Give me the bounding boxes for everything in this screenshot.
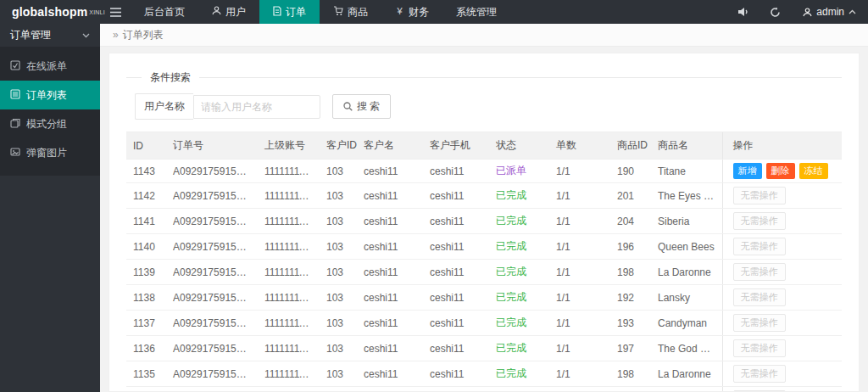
search-button-label: 搜 索	[357, 99, 380, 114]
cell-count: 1/1	[549, 336, 610, 361]
cell-parent-account: 11111111111...	[258, 160, 320, 183]
cell-id: 1141	[126, 209, 166, 234]
cell-id: 1142	[126, 183, 166, 209]
speaker-icon[interactable]	[726, 0, 759, 24]
cell-customer-name: ceshi11	[357, 260, 423, 285]
nav-item-3[interactable]: 商品	[320, 0, 381, 24]
refresh-icon[interactable]	[759, 0, 791, 24]
sidebar-item-label: 模式分组	[26, 117, 67, 132]
cell-customer-name: ceshi11	[357, 311, 423, 336]
cell-actions: 无需操作	[722, 311, 842, 336]
cell-product-id: 192	[610, 285, 651, 311]
cell-order-no: A09291759152747569	[166, 311, 258, 336]
cell-customer-id: 103	[320, 387, 357, 392]
table-row: 1139 A09291759152817559 11111111111... 1…	[126, 260, 842, 285]
sidebar-item-3[interactable]: 弹窗图片	[0, 138, 100, 167]
cell-customer-id: 103	[320, 361, 357, 387]
cell-count: 1/1	[549, 285, 610, 311]
cell-status: 已完成	[489, 336, 549, 361]
cell-customer-phone: ceshi11	[423, 183, 489, 209]
cell-order-no: A09291759153198536	[166, 209, 258, 234]
cell-id: 1138	[126, 285, 166, 311]
sidebar-item-2[interactable]: 模式分组	[0, 109, 100, 138]
cell-id: 1140	[126, 234, 166, 260]
freeze-button[interactable]: 冻结	[799, 163, 828, 179]
sidebar-group-label: 订单管理	[10, 28, 51, 42]
nav-item-2[interactable]: 订单	[259, 0, 320, 24]
sidebar-item-1[interactable]: 订单列表	[0, 81, 100, 109]
cell-parent-account: 11111111111...	[258, 361, 320, 387]
cell-product-name: Lansky	[651, 285, 722, 311]
cell-product-id: 198	[610, 361, 651, 387]
cell-status: 已完成	[489, 183, 549, 209]
chevron-up-icon	[849, 9, 856, 14]
nav-item-5[interactable]: 系统管理	[442, 0, 510, 24]
group-icon	[10, 118, 20, 131]
cell-product-id: 206	[610, 387, 651, 392]
cell-parent-account: 11111111111...	[258, 234, 320, 260]
cell-customer-name: ceshi11	[357, 160, 423, 183]
username: admin	[816, 6, 844, 18]
user-menu[interactable]: admin	[791, 0, 868, 24]
cell-actions: 新增删除冻结	[722, 160, 842, 183]
no-action-button: 无需操作	[733, 187, 786, 204]
cell-product-name: La Daronne	[651, 260, 722, 285]
sidebar-group-order-management[interactable]: 订单管理	[0, 24, 100, 47]
sidebar-item-label: 订单列表	[26, 88, 67, 103]
cell-status: 已完成	[489, 260, 549, 285]
cell-product-id: 204	[610, 209, 651, 234]
nav-item-1[interactable]: 用户	[198, 0, 259, 24]
cell-order-no: A09291759153234239	[166, 160, 258, 183]
nav-item-label: 系统管理	[456, 5, 497, 20]
table-row: 1138 A09291759152776160 11111111111... 1…	[126, 285, 842, 311]
username-search-input[interactable]	[193, 95, 320, 119]
add-button[interactable]: 新增	[733, 163, 762, 179]
nav-item-0[interactable]: 后台首页	[131, 0, 198, 24]
dispatch-icon	[10, 60, 20, 73]
top-nav: 后台首页用户订单商品¥财务系统管理	[131, 0, 510, 24]
cell-customer-phone: ceshi11	[423, 311, 489, 336]
delete-button[interactable]: 删除	[766, 163, 795, 179]
cell-count: 1/1	[549, 183, 610, 209]
cell-customer-id: 103	[320, 285, 357, 311]
table-row: 1137 A09291759152747569 11111111111... 1…	[126, 311, 842, 336]
breadcrumb-arrow: »	[113, 29, 119, 41]
cell-parent-account: 11111111111...	[258, 336, 320, 361]
cell-id: 1134	[126, 387, 166, 392]
table-row: 1141 A09291759153198536 11111111111... 1…	[126, 209, 842, 234]
cell-id: 1136	[126, 336, 166, 361]
svg-text:¥: ¥	[396, 6, 403, 15]
cell-status: 已完成	[489, 285, 549, 311]
no-action-button: 无需操作	[733, 288, 786, 306]
app-logo: globalshopm XINLI	[0, 0, 100, 24]
nav-item-label: 订单	[286, 5, 306, 20]
cell-actions: 无需操作	[722, 361, 842, 387]
cell-product-name: La Daronne	[651, 361, 722, 387]
cell-order-no: A09291759152817559	[166, 260, 258, 285]
nav-item-4[interactable]: ¥财务	[381, 0, 442, 24]
user-icon	[212, 6, 221, 18]
cell-product-name: The God Com...	[651, 336, 722, 361]
cell-product-id: 201	[610, 183, 651, 209]
col-header-3: 客户ID	[320, 132, 357, 160]
cell-parent-account: 11111111111...	[258, 260, 320, 285]
cell-customer-phone: ceshi11	[423, 234, 489, 260]
cell-customer-phone: ceshi11	[423, 285, 489, 311]
menu-toggle-icon[interactable]	[100, 0, 131, 24]
sidebar-item-0[interactable]: 在线派单	[0, 52, 100, 81]
col-header-7: 单数	[549, 132, 610, 160]
cell-parent-account: 11111111111...	[258, 183, 320, 209]
cell-status: 已完成	[489, 361, 549, 387]
cell-status: 已完成	[489, 209, 549, 234]
col-header-0: ID	[126, 132, 166, 160]
cell-parent-account: 11111111111...	[258, 209, 320, 234]
nav-item-label: 商品	[348, 5, 368, 20]
cell-count: 1/1	[549, 260, 610, 285]
search-button[interactable]: 搜 索	[332, 94, 391, 119]
cell-customer-name: ceshi11	[357, 183, 423, 209]
cell-count: 1/1	[549, 234, 610, 260]
cell-customer-name: ceshi11	[357, 387, 423, 392]
cell-customer-phone: ceshi11	[423, 160, 489, 183]
cell-product-id: 198	[610, 260, 651, 285]
sidebar-items: 在线派单订单列表模式分组弹窗图片	[0, 47, 100, 176]
